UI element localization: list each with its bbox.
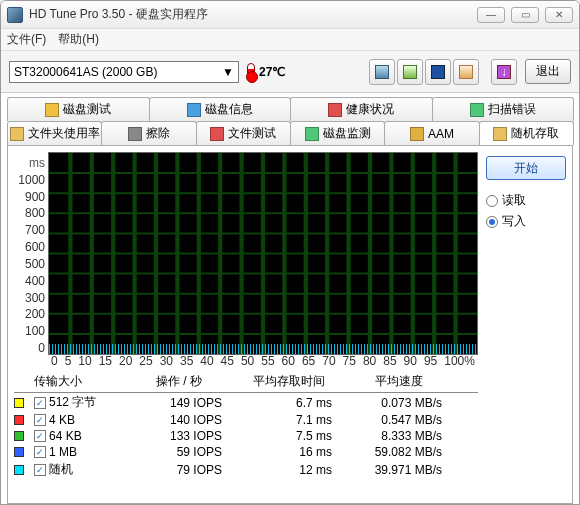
thermometer-icon: [247, 63, 255, 81]
access-time-chart: ms10009008007006005004003002001000 05101…: [14, 152, 478, 367]
tab-scan[interactable]: 扫描错误: [432, 97, 575, 121]
tab-erase[interactable]: 擦除: [101, 121, 196, 145]
y-axis-unit: ms: [29, 156, 45, 170]
radio-dot-icon: [486, 195, 498, 207]
tab-info[interactable]: 磁盘信息: [149, 97, 292, 121]
filebench-icon: [210, 127, 224, 141]
health-icon: [328, 103, 342, 117]
tabs-row-2: 文件夹使用率擦除文件测试磁盘监测AAM随机存取: [7, 121, 573, 145]
col-speed: 平均速度: [344, 373, 454, 390]
menu-file[interactable]: 文件(F): [7, 31, 46, 48]
table-row: ✓ 随机 79 IOPS 12 ms 39.971 MB/s: [14, 460, 478, 479]
tab-aam[interactable]: AAM: [384, 121, 479, 145]
app-window: HD Tune Pro 3.50 - 硬盘实用程序 ― ▭ ✕ 文件(F) 帮助…: [0, 0, 580, 505]
tab-monitor[interactable]: 磁盘监测: [290, 121, 385, 145]
col-size: 传输大小: [34, 373, 124, 390]
tab-content-random-access: ms10009008007006005004003002001000 05101…: [7, 145, 573, 504]
exit-button[interactable]: 退出: [525, 59, 571, 84]
series-color-icon: [14, 431, 24, 441]
row-access: 12 ms: [234, 463, 344, 477]
row-access: 7.5 ms: [234, 429, 344, 443]
options-button[interactable]: [453, 59, 479, 85]
folder-icon: [10, 127, 24, 141]
results-table: 传输大小 操作 / 秒 平均存取时间 平均速度 ✓ 512 字节 149 IOP…: [14, 373, 478, 479]
row-access: 16 ms: [234, 445, 344, 459]
series-color-icon: [14, 415, 24, 425]
menubar: 文件(F) 帮助(H): [1, 29, 579, 51]
row-ops: 133 IOPS: [124, 429, 234, 443]
maximize-button[interactable]: ▭: [511, 7, 539, 23]
row-speed: 8.333 MB/s: [344, 429, 454, 443]
row-ops: 140 IOPS: [124, 413, 234, 427]
series-color-icon: [14, 465, 24, 475]
series-checkbox[interactable]: ✓: [34, 414, 46, 426]
radio-write[interactable]: 写入: [486, 213, 566, 230]
menu-help[interactable]: 帮助(H): [58, 31, 99, 48]
toolbar: ST32000641AS (2000 GB) ▼ 27℃ ↓ 退出: [1, 51, 579, 93]
row-access: 7.1 ms: [234, 413, 344, 427]
drive-selected-label: ST32000641AS (2000 GB): [14, 65, 157, 79]
start-button[interactable]: 开始: [486, 156, 566, 180]
tab-folder[interactable]: 文件夹使用率: [7, 121, 102, 145]
row-ops: 79 IOPS: [124, 463, 234, 477]
chevron-down-icon: ▼: [222, 65, 234, 79]
table-row: ✓ 512 字节 149 IOPS 6.7 ms 0.073 MB/s: [14, 393, 478, 412]
row-speed: 59.082 MB/s: [344, 445, 454, 459]
row-ops: 59 IOPS: [124, 445, 234, 459]
save-button[interactable]: [425, 59, 451, 85]
copy-info-button[interactable]: [369, 59, 395, 85]
row-speed: 39.971 MB/s: [344, 463, 454, 477]
radio-dot-icon: [486, 216, 498, 228]
row-speed: 0.073 MB/s: [344, 396, 454, 410]
series-checkbox[interactable]: ✓: [34, 446, 46, 458]
radio-read[interactable]: 读取: [486, 192, 566, 209]
temperature-value: 27℃: [259, 65, 285, 79]
app-icon: [7, 7, 23, 23]
titlebar: HD Tune Pro 3.50 - 硬盘实用程序 ― ▭ ✕: [1, 1, 579, 29]
table-row: ✓ 4 KB 140 IOPS 7.1 ms 0.547 MB/s: [14, 412, 478, 428]
download-button[interactable]: ↓: [491, 59, 517, 85]
row-size-label: 64 KB: [49, 429, 82, 443]
tab-health[interactable]: 健康状况: [290, 97, 433, 121]
col-access: 平均存取时间: [234, 373, 344, 390]
side-panel: 开始 读取 写入: [486, 152, 566, 497]
close-button[interactable]: ✕: [545, 7, 573, 23]
scan-icon: [470, 103, 484, 117]
info-icon: [187, 103, 201, 117]
table-row: ✓ 64 KB 133 IOPS 7.5 ms 8.333 MB/s: [14, 428, 478, 444]
erase-icon: [128, 127, 142, 141]
tabs-row-1: 磁盘测试磁盘信息健康状况扫描错误: [7, 97, 573, 121]
chart-plot-area: 0510152025303540455055606570758085909510…: [48, 152, 478, 355]
chart-y-axis: ms10009008007006005004003002001000: [14, 152, 48, 367]
row-ops: 149 IOPS: [124, 396, 234, 410]
col-ops: 操作 / 秒: [124, 373, 234, 390]
table-row: ✓ 1 MB 59 IOPS 16 ms 59.082 MB/s: [14, 444, 478, 460]
series-checkbox[interactable]: ✓: [34, 464, 46, 476]
series-checkbox[interactable]: ✓: [34, 397, 46, 409]
row-size-label: 1 MB: [49, 445, 77, 459]
row-speed: 0.547 MB/s: [344, 413, 454, 427]
series-checkbox[interactable]: ✓: [34, 430, 46, 442]
window-title: HD Tune Pro 3.50 - 硬盘实用程序: [29, 6, 477, 23]
row-size-label: 512 字节: [49, 394, 96, 411]
monitor-icon: [305, 127, 319, 141]
temperature-display: 27℃: [247, 63, 285, 81]
series-color-icon: [14, 398, 24, 408]
tab-filebench[interactable]: 文件测试: [196, 121, 291, 145]
row-size-label: 随机: [49, 461, 73, 478]
chart-x-axis: 0510152025303540455055606570758085909510…: [49, 354, 477, 368]
tab-benchmark[interactable]: 磁盘测试: [7, 97, 150, 121]
chart-data-points: [49, 344, 477, 354]
benchmark-icon: [45, 103, 59, 117]
series-color-icon: [14, 447, 24, 457]
aam-icon: [410, 127, 424, 141]
random-icon: [493, 127, 507, 141]
row-access: 6.7 ms: [234, 396, 344, 410]
minimize-button[interactable]: ―: [477, 7, 505, 23]
tab-random[interactable]: 随机存取: [479, 121, 574, 145]
drive-selector[interactable]: ST32000641AS (2000 GB) ▼: [9, 61, 239, 83]
copy-screenshot-button[interactable]: [397, 59, 423, 85]
row-size-label: 4 KB: [49, 413, 75, 427]
